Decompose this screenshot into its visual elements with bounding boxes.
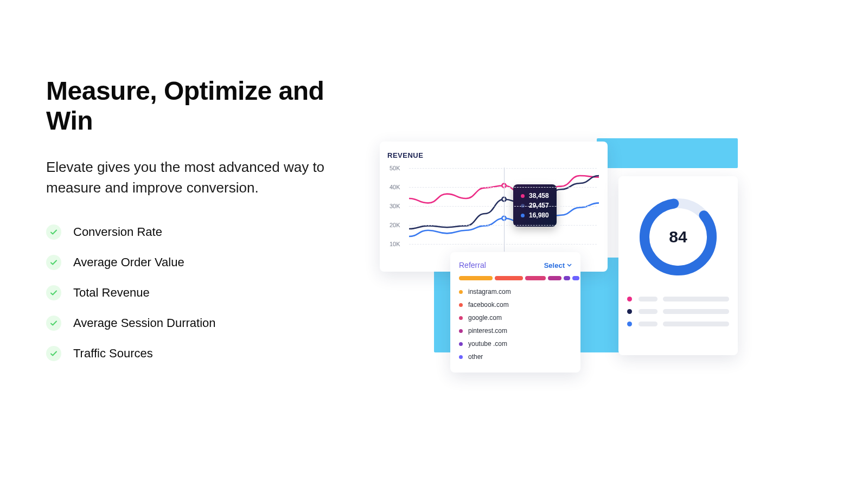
referral-segment	[572, 276, 579, 280]
feature-item: Average Session Durration	[46, 316, 339, 331]
referral-segment	[459, 276, 493, 280]
referral-dot-icon	[459, 355, 463, 359]
referral-item: youtube .com	[459, 340, 572, 348]
gauge-ring: 84	[635, 194, 722, 280]
referral-item: other	[459, 353, 572, 361]
referral-segment	[495, 276, 523, 280]
legend-dot-icon	[627, 309, 632, 314]
feature-list: Conversion RateAverage Order ValueTotal …	[46, 224, 339, 361]
tooltip-value: 16,980	[529, 211, 549, 219]
feature-label: Average Order Value	[73, 255, 184, 269]
legend-bar	[639, 322, 658, 326]
referral-label: facebook.com	[468, 301, 509, 309]
tooltip-row: 29,457	[521, 202, 549, 209]
feature-item: Average Order Value	[46, 255, 339, 270]
referral-item: google.com	[459, 314, 572, 322]
grid-line	[409, 168, 597, 169]
legend-bar	[663, 297, 729, 301]
page-heading: Measure, Optimize and Win	[46, 76, 339, 136]
gauge-legend	[627, 297, 729, 334]
feature-label: Average Session Durration	[73, 316, 216, 330]
referral-segment-bar	[459, 276, 572, 280]
tooltip-row: 16,980	[521, 211, 549, 219]
referral-segment	[548, 276, 561, 280]
chevron-down-icon	[567, 264, 572, 267]
tooltip-value: 29,457	[529, 202, 549, 209]
series-dot-icon	[521, 194, 525, 198]
feature-label: Traffic Sources	[73, 346, 153, 361]
referral-list: instagram.comfacebook.comgoogle.compinte…	[459, 288, 572, 361]
check-icon	[46, 316, 61, 331]
referral-label: pinterest.com	[468, 327, 507, 335]
feature-item: Total Revenue	[46, 285, 339, 300]
chart-highlight-marker	[504, 168, 505, 252]
feature-label: Conversion Rate	[73, 225, 162, 239]
referral-card: Referral Select instagram.comfacebook.co…	[450, 252, 580, 373]
referral-item: facebook.com	[459, 301, 572, 309]
legend-dot-icon	[627, 322, 632, 326]
referral-select-label: Select	[544, 261, 565, 269]
legend-bar	[639, 297, 658, 301]
series-dot-icon	[521, 204, 525, 208]
legend-row	[627, 322, 729, 326]
y-axis-tick: 10K	[390, 241, 400, 247]
legend-bar	[663, 322, 729, 326]
tooltip-value: 38,458	[529, 192, 549, 200]
feature-item: Traffic Sources	[46, 346, 339, 361]
legend-bar	[663, 309, 729, 314]
referral-item: pinterest.com	[459, 327, 572, 335]
grid-line	[409, 206, 597, 207]
referral-title: Referral	[459, 261, 486, 269]
referral-dot-icon	[459, 342, 463, 346]
referral-item: instagram.com	[459, 288, 572, 296]
referral-label: google.com	[468, 314, 502, 322]
y-axis-tick: 40K	[390, 184, 400, 190]
referral-label: youtube .com	[468, 340, 507, 348]
chart-tooltip: 38,45829,45716,980	[513, 184, 557, 227]
legend-row	[627, 309, 729, 314]
y-axis-tick: 30K	[390, 203, 400, 209]
referral-dot-icon	[459, 303, 463, 307]
check-icon	[46, 224, 61, 240]
gauge-value: 84	[669, 228, 687, 246]
feature-label: Total Revenue	[73, 286, 150, 300]
grid-line	[409, 187, 597, 188]
grid-line	[409, 244, 597, 245]
legend-row	[627, 297, 729, 301]
check-icon	[46, 255, 61, 270]
referral-dot-icon	[459, 329, 463, 333]
decorative-block	[597, 138, 738, 168]
tooltip-row: 38,458	[521, 192, 549, 200]
referral-dot-icon	[459, 290, 463, 294]
dashboard-illustration: REVENUE 38,45829,45716,980 50K40K30K20K1…	[380, 138, 803, 399]
legend-bar	[639, 309, 658, 314]
feature-item: Conversion Rate	[46, 224, 339, 240]
referral-select-dropdown[interactable]: Select	[544, 261, 572, 269]
series-dot-icon	[521, 214, 525, 217]
referral-segment	[525, 276, 545, 280]
referral-label: instagram.com	[468, 288, 511, 296]
check-icon	[46, 285, 61, 300]
revenue-title: REVENUE	[387, 151, 601, 159]
referral-label: other	[468, 353, 483, 361]
referral-dot-icon	[459, 316, 463, 320]
grid-line	[409, 225, 597, 226]
check-icon	[46, 346, 61, 361]
gauge-card: 84	[618, 176, 738, 355]
legend-dot-icon	[627, 297, 632, 301]
y-axis-tick: 50K	[390, 165, 400, 171]
referral-segment	[564, 276, 570, 280]
y-axis-tick: 20K	[390, 222, 400, 228]
page-subheading: Elevate gives you the most advanced way …	[46, 157, 339, 198]
